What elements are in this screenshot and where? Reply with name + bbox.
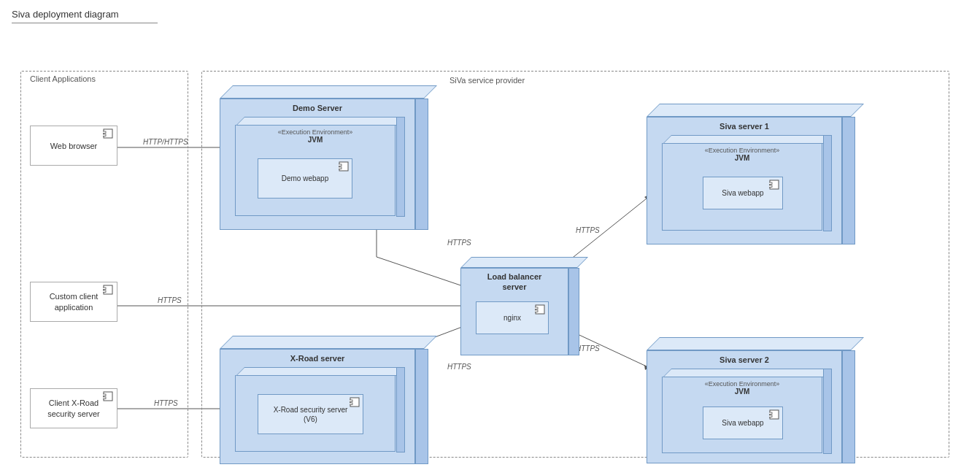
- siva2-jvm-top: [663, 369, 832, 377]
- siva1-front: Siva server 1 «Execution Environment» JV…: [647, 117, 842, 244]
- svg-rect-23: [339, 162, 348, 171]
- svg-rect-32: [770, 180, 779, 189]
- siva2-front: Siva server 2 «Execution Environment» JV…: [647, 350, 842, 463]
- svg-rect-21: [103, 394, 106, 396]
- svg-rect-22: [103, 397, 106, 399]
- svg-rect-24: [339, 164, 342, 166]
- siva1-webapp-label: Siva webapp: [722, 189, 763, 197]
- siva1-jvm-right: [823, 135, 832, 231]
- xroad-comp-icon: [350, 397, 360, 407]
- lb-server-right: [568, 268, 579, 355]
- xroad-sec-label: X-Road security server(V6): [274, 405, 348, 424]
- svg-rect-26: [350, 398, 359, 407]
- client-applications-label: Client Applications: [30, 74, 96, 83]
- demo-server-label: Demo Server: [220, 99, 414, 112]
- svg-rect-29: [536, 305, 544, 314]
- arrow-https-xroad-label: HTTPS: [154, 399, 178, 407]
- svg-rect-35: [770, 410, 779, 419]
- xroad-jvm-top: [236, 367, 405, 376]
- siva2-webapp-box: Siva webapp: [703, 407, 783, 439]
- svg-rect-28: [350, 403, 352, 405]
- siva1-label: Siva server 1: [647, 118, 841, 131]
- arrow-https-lb-s1-label: HTTPS: [576, 226, 600, 234]
- siva2-webapp-icon: [769, 409, 779, 420]
- component-icon: [103, 128, 113, 139]
- svg-rect-37: [769, 415, 772, 417]
- demo-jvm-box: «Execution Environment» JVM Demo webapp: [235, 125, 396, 216]
- svg-rect-25: [339, 167, 342, 169]
- jvm-right: [396, 117, 405, 217]
- demo-exec-label: «Execution Environment»: [236, 126, 395, 136]
- svg-rect-18: [103, 288, 106, 290]
- svg-rect-19: [103, 290, 106, 293]
- svg-rect-14: [104, 129, 112, 138]
- siva2-right: [842, 350, 855, 463]
- siva1-right: [842, 117, 855, 244]
- siva2-jvm-right: [823, 369, 832, 454]
- siva1-webapp-icon: [769, 180, 779, 190]
- siva2-webapp-label: Siva webapp: [722, 419, 763, 427]
- xroad-server-right: [415, 349, 428, 464]
- demo-jvm-label: JVM: [236, 136, 395, 144]
- arrow-https-custom-label: HTTPS: [158, 296, 182, 304]
- siva2-top: [647, 337, 864, 350]
- component-icon3: [103, 391, 113, 401]
- siva-provider-label: SiVa service provider: [450, 76, 525, 85]
- demo-webapp-label: Demo webapp: [282, 174, 328, 182]
- arrow-https-xroad-lb-label: HTTPS: [447, 363, 471, 371]
- xroad-server-front: X-Road server X-Road security server(V6): [220, 349, 415, 464]
- nginx-icon: [535, 304, 545, 315]
- siva1-jvm-box: «Execution Environment» JVM Siva webapp: [662, 143, 822, 231]
- jvm-top: [236, 117, 405, 126]
- lb-server-label: Load balancerserver: [461, 269, 568, 293]
- arrow-https-demo-lb-label: HTTPS: [447, 239, 471, 247]
- component-icon2: [103, 285, 113, 295]
- xroad-jvm-box: X-Road security server(V6): [235, 375, 396, 452]
- siva1-top: [647, 104, 864, 117]
- svg-rect-15: [103, 131, 106, 134]
- xroad-client-box: Client X-Roadsecurity server: [30, 388, 117, 428]
- arrow-http-label: HTTP/HTTPS: [143, 138, 188, 146]
- svg-rect-31: [535, 310, 538, 312]
- svg-rect-33: [769, 182, 772, 185]
- title-underline: [12, 23, 158, 23]
- demo-webapp-box: Demo webapp: [258, 158, 352, 199]
- xroad-jvm-right: [396, 367, 405, 452]
- diagram-container: Client Applications SiVa service provide…: [12, 31, 960, 461]
- demo-server-top: [220, 85, 437, 99]
- xroad-server-label: X-Road server: [220, 350, 414, 363]
- lb-server-top: [460, 257, 588, 268]
- nginx-label: nginx: [503, 314, 521, 322]
- web-browser-label: Web browser: [50, 142, 98, 150]
- siva1-exec-label: «Execution Environment»: [663, 144, 822, 154]
- demo-server-right: [415, 99, 428, 230]
- page-title: Siva deployment diagram: [12, 9, 968, 20]
- custom-client-box: Custom clientapplication: [30, 282, 117, 322]
- siva1-jvm-top: [663, 135, 832, 144]
- page: Siva deployment diagram: [0, 0, 980, 470]
- svg-rect-20: [104, 392, 112, 401]
- xroad-client-label: Client X-Roadsecurity server: [47, 398, 100, 419]
- svg-rect-27: [350, 400, 352, 402]
- siva2-jvm-box: «Execution Environment» JVM Siva webapp: [662, 377, 822, 453]
- webapp-icon: [339, 161, 349, 172]
- siva2-exec-label: «Execution Environment»: [663, 377, 822, 388]
- svg-rect-30: [535, 307, 538, 309]
- siva2-label: Siva server 2: [647, 351, 841, 364]
- xroad-sec-box: X-Road security server(V6): [258, 394, 363, 434]
- siva2-jvm-label: JVM: [663, 388, 822, 396]
- custom-client-label: Custom clientapplication: [50, 291, 99, 312]
- xroad-server-top: [220, 336, 437, 349]
- siva1-jvm-label: JVM: [663, 154, 822, 162]
- siva1-webapp-box: Siva webapp: [703, 177, 783, 209]
- lb-server-front: Load balancerserver nginx: [460, 268, 568, 355]
- svg-rect-17: [104, 285, 112, 294]
- svg-rect-34: [769, 185, 772, 188]
- svg-rect-16: [103, 134, 106, 136]
- nginx-box: nginx: [476, 301, 549, 334]
- svg-rect-36: [769, 412, 772, 415]
- web-browser-box: Web browser: [30, 126, 117, 166]
- demo-server-front: Demo Server «Execution Environment» JVM: [220, 99, 415, 230]
